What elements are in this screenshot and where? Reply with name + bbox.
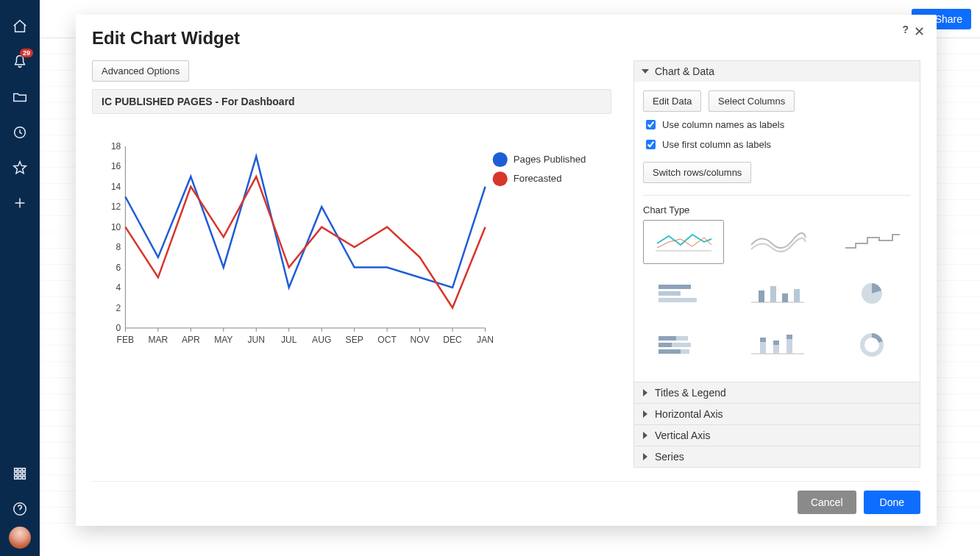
svg-rect-54 xyxy=(658,298,697,302)
chart-type-bar-horizontal[interactable] xyxy=(643,271,724,316)
select-columns-button[interactable]: Select Columns xyxy=(709,90,795,112)
svg-text:JAN: JAN xyxy=(477,335,494,345)
svg-rect-68 xyxy=(760,342,766,354)
chevron-right-icon xyxy=(643,453,647,460)
svg-text:Pages Published: Pages Published xyxy=(514,154,586,165)
svg-text:MAY: MAY xyxy=(214,335,232,345)
chevron-right-icon xyxy=(643,410,647,418)
svg-rect-71 xyxy=(773,341,779,345)
svg-text:2: 2 xyxy=(116,303,121,313)
svg-rect-8 xyxy=(18,477,21,480)
edit-data-button[interactable]: Edit Data xyxy=(643,90,701,112)
chart-type-donut[interactable] xyxy=(831,323,912,367)
chart-type-step[interactable] xyxy=(831,220,912,264)
chart-type-label: Chart Type xyxy=(643,204,911,215)
svg-rect-5 xyxy=(18,472,21,475)
recents-icon[interactable] xyxy=(5,118,35,147)
chevron-right-icon xyxy=(643,389,647,396)
home-icon[interactable] xyxy=(5,12,35,41)
section-horizontal-axis[interactable]: Horizontal Axis xyxy=(634,404,920,424)
chart-type-line[interactable] xyxy=(643,220,724,264)
svg-point-49 xyxy=(493,171,508,186)
svg-text:8: 8 xyxy=(116,242,121,252)
svg-text:16: 16 xyxy=(111,161,121,171)
svg-rect-62 xyxy=(676,336,688,341)
svg-rect-9 xyxy=(23,477,26,480)
chart-title: IC PUBLISHED PAGES - For Dashboard xyxy=(92,89,611,114)
section-titles-legend[interactable]: Titles & Legend xyxy=(634,382,920,403)
svg-rect-58 xyxy=(782,293,788,302)
done-button[interactable]: Done xyxy=(864,491,920,514)
chart-type-pie[interactable] xyxy=(831,271,912,316)
add-icon[interactable] xyxy=(5,188,35,218)
svg-rect-1 xyxy=(15,468,18,471)
section-chart-and-data[interactable]: Chart & Data xyxy=(634,61,920,82)
help-icon[interactable] xyxy=(5,494,35,524)
apps-icon[interactable] xyxy=(5,459,35,488)
chart-type-grid xyxy=(643,220,911,367)
favorites-icon[interactable] xyxy=(5,153,35,182)
svg-rect-2 xyxy=(18,468,21,471)
svg-rect-72 xyxy=(787,339,792,354)
notifications-icon[interactable]: 29 xyxy=(5,47,35,76)
edit-chart-widget-dialog: ? ✕ Edit Chart Widget Advanced Options I… xyxy=(76,15,937,526)
svg-text:FEB: FEB xyxy=(117,335,135,345)
use-column-names-checkbox[interactable]: Use column names as labels xyxy=(643,118,911,132)
chart-type-bar-vertical[interactable] xyxy=(737,271,818,316)
svg-text:JUL: JUL xyxy=(281,335,297,345)
chart-type-stacked-bar-v[interactable] xyxy=(737,323,818,367)
svg-text:JUN: JUN xyxy=(248,335,266,345)
svg-text:0: 0 xyxy=(116,323,121,333)
svg-text:APR: APR xyxy=(182,335,200,345)
svg-rect-69 xyxy=(760,338,766,342)
chart-type-stacked-bar-h[interactable] xyxy=(643,323,724,367)
svg-rect-52 xyxy=(658,285,691,289)
svg-rect-53 xyxy=(658,291,681,296)
svg-rect-70 xyxy=(773,345,779,354)
avatar[interactable] xyxy=(9,527,31,549)
svg-rect-66 xyxy=(681,349,689,354)
svg-rect-3 xyxy=(23,468,26,471)
svg-rect-56 xyxy=(759,291,764,302)
svg-rect-73 xyxy=(787,335,792,339)
cancel-button[interactable]: Cancel xyxy=(798,491,856,514)
svg-rect-6 xyxy=(23,472,26,475)
switch-rows-columns-button[interactable]: Switch rows/columns xyxy=(643,162,751,183)
chart-type-line-smooth[interactable] xyxy=(737,220,818,264)
svg-rect-65 xyxy=(658,349,681,354)
svg-text:6: 6 xyxy=(116,263,121,273)
notifications-badge: 29 xyxy=(20,49,33,57)
section-series[interactable]: Series xyxy=(634,446,920,467)
svg-rect-57 xyxy=(770,286,776,302)
svg-text:OCT: OCT xyxy=(377,335,397,345)
svg-text:DEC: DEC xyxy=(443,335,462,345)
svg-text:12: 12 xyxy=(111,202,121,212)
modal-help-icon[interactable]: ? xyxy=(902,24,909,35)
svg-text:NOV: NOV xyxy=(410,335,430,345)
section-vertical-axis[interactable]: Vertical Axis xyxy=(634,425,920,446)
chart-preview: 024681012141618FEBMARAPRMAYJUNJULAUGSEPO… xyxy=(92,121,611,371)
svg-rect-63 xyxy=(658,343,672,347)
close-icon[interactable]: ✕ xyxy=(914,24,925,40)
svg-text:MAR: MAR xyxy=(148,335,168,345)
svg-rect-59 xyxy=(794,289,800,302)
svg-text:10: 10 xyxy=(111,222,121,232)
svg-text:SEP: SEP xyxy=(346,335,363,345)
svg-text:Forecasted: Forecasted xyxy=(514,173,562,184)
svg-text:AUG: AUG xyxy=(312,335,331,345)
advanced-options-button[interactable]: Advanced Options xyxy=(92,60,189,82)
dialog-title: Edit Chart Widget xyxy=(92,28,920,49)
svg-point-47 xyxy=(493,152,508,167)
svg-rect-4 xyxy=(15,472,18,475)
svg-rect-7 xyxy=(15,477,18,480)
use-first-column-checkbox[interactable]: Use first column as labels xyxy=(643,138,911,152)
svg-text:4: 4 xyxy=(116,282,121,293)
chevron-down-icon xyxy=(642,69,649,74)
chevron-right-icon xyxy=(643,432,647,439)
svg-rect-61 xyxy=(658,336,676,341)
svg-rect-64 xyxy=(672,343,691,347)
svg-text:14: 14 xyxy=(111,182,121,192)
app-sidebar: 29 xyxy=(0,0,40,556)
svg-text:18: 18 xyxy=(111,141,121,152)
folder-icon[interactable] xyxy=(5,82,35,112)
